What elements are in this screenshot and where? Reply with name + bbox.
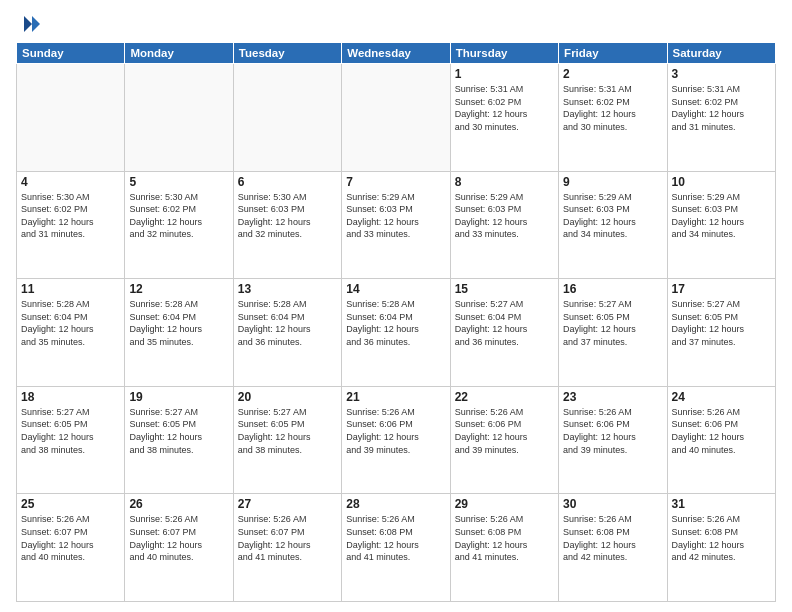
day-info: Sunrise: 5:26 AM Sunset: 6:08 PM Dayligh… (346, 513, 445, 563)
day-cell: 11Sunrise: 5:28 AM Sunset: 6:04 PM Dayli… (17, 279, 125, 387)
day-info: Sunrise: 5:26 AM Sunset: 6:06 PM Dayligh… (563, 406, 662, 456)
day-number: 9 (563, 175, 662, 189)
day-cell: 1Sunrise: 5:31 AM Sunset: 6:02 PM Daylig… (450, 64, 558, 172)
day-info: Sunrise: 5:27 AM Sunset: 6:05 PM Dayligh… (672, 298, 771, 348)
day-number: 2 (563, 67, 662, 81)
day-cell: 9Sunrise: 5:29 AM Sunset: 6:03 PM Daylig… (559, 171, 667, 279)
week-row-1: 1Sunrise: 5:31 AM Sunset: 6:02 PM Daylig… (17, 64, 776, 172)
day-info: Sunrise: 5:29 AM Sunset: 6:03 PM Dayligh… (455, 191, 554, 241)
logo (16, 12, 44, 36)
day-cell: 12Sunrise: 5:28 AM Sunset: 6:04 PM Dayli… (125, 279, 233, 387)
day-cell: 24Sunrise: 5:26 AM Sunset: 6:06 PM Dayli… (667, 386, 775, 494)
day-cell: 23Sunrise: 5:26 AM Sunset: 6:06 PM Dayli… (559, 386, 667, 494)
day-info: Sunrise: 5:27 AM Sunset: 6:04 PM Dayligh… (455, 298, 554, 348)
day-info: Sunrise: 5:30 AM Sunset: 6:03 PM Dayligh… (238, 191, 337, 241)
week-row-2: 4Sunrise: 5:30 AM Sunset: 6:02 PM Daylig… (17, 171, 776, 279)
day-number: 31 (672, 497, 771, 511)
day-info: Sunrise: 5:27 AM Sunset: 6:05 PM Dayligh… (129, 406, 228, 456)
day-info: Sunrise: 5:31 AM Sunset: 6:02 PM Dayligh… (563, 83, 662, 133)
day-cell: 31Sunrise: 5:26 AM Sunset: 6:08 PM Dayli… (667, 494, 775, 602)
day-cell: 27Sunrise: 5:26 AM Sunset: 6:07 PM Dayli… (233, 494, 341, 602)
day-number: 6 (238, 175, 337, 189)
day-cell: 17Sunrise: 5:27 AM Sunset: 6:05 PM Dayli… (667, 279, 775, 387)
day-number: 21 (346, 390, 445, 404)
day-info: Sunrise: 5:29 AM Sunset: 6:03 PM Dayligh… (563, 191, 662, 241)
day-number: 27 (238, 497, 337, 511)
svg-marker-1 (24, 16, 32, 32)
day-cell: 2Sunrise: 5:31 AM Sunset: 6:02 PM Daylig… (559, 64, 667, 172)
day-number: 1 (455, 67, 554, 81)
day-info: Sunrise: 5:26 AM Sunset: 6:08 PM Dayligh… (455, 513, 554, 563)
day-number: 28 (346, 497, 445, 511)
day-number: 3 (672, 67, 771, 81)
day-info: Sunrise: 5:27 AM Sunset: 6:05 PM Dayligh… (563, 298, 662, 348)
day-info: Sunrise: 5:26 AM Sunset: 6:06 PM Dayligh… (672, 406, 771, 456)
day-cell: 16Sunrise: 5:27 AM Sunset: 6:05 PM Dayli… (559, 279, 667, 387)
day-cell: 18Sunrise: 5:27 AM Sunset: 6:05 PM Dayli… (17, 386, 125, 494)
day-info: Sunrise: 5:31 AM Sunset: 6:02 PM Dayligh… (672, 83, 771, 133)
col-header-thursday: Thursday (450, 43, 558, 64)
day-cell: 8Sunrise: 5:29 AM Sunset: 6:03 PM Daylig… (450, 171, 558, 279)
day-cell (17, 64, 125, 172)
day-cell: 20Sunrise: 5:27 AM Sunset: 6:05 PM Dayli… (233, 386, 341, 494)
day-number: 12 (129, 282, 228, 296)
day-cell: 29Sunrise: 5:26 AM Sunset: 6:08 PM Dayli… (450, 494, 558, 602)
day-info: Sunrise: 5:26 AM Sunset: 6:07 PM Dayligh… (21, 513, 120, 563)
day-cell: 14Sunrise: 5:28 AM Sunset: 6:04 PM Dayli… (342, 279, 450, 387)
day-info: Sunrise: 5:30 AM Sunset: 6:02 PM Dayligh… (21, 191, 120, 241)
day-info: Sunrise: 5:26 AM Sunset: 6:08 PM Dayligh… (563, 513, 662, 563)
day-info: Sunrise: 5:26 AM Sunset: 6:08 PM Dayligh… (672, 513, 771, 563)
day-info: Sunrise: 5:31 AM Sunset: 6:02 PM Dayligh… (455, 83, 554, 133)
col-header-monday: Monday (125, 43, 233, 64)
day-info: Sunrise: 5:28 AM Sunset: 6:04 PM Dayligh… (129, 298, 228, 348)
day-info: Sunrise: 5:29 AM Sunset: 6:03 PM Dayligh… (672, 191, 771, 241)
header (16, 12, 776, 36)
day-info: Sunrise: 5:27 AM Sunset: 6:05 PM Dayligh… (21, 406, 120, 456)
day-cell (233, 64, 341, 172)
day-info: Sunrise: 5:30 AM Sunset: 6:02 PM Dayligh… (129, 191, 228, 241)
day-info: Sunrise: 5:28 AM Sunset: 6:04 PM Dayligh… (21, 298, 120, 348)
day-number: 20 (238, 390, 337, 404)
day-cell: 13Sunrise: 5:28 AM Sunset: 6:04 PM Dayli… (233, 279, 341, 387)
day-number: 8 (455, 175, 554, 189)
day-info: Sunrise: 5:26 AM Sunset: 6:06 PM Dayligh… (455, 406, 554, 456)
day-number: 24 (672, 390, 771, 404)
day-number: 18 (21, 390, 120, 404)
day-cell: 6Sunrise: 5:30 AM Sunset: 6:03 PM Daylig… (233, 171, 341, 279)
day-cell: 10Sunrise: 5:29 AM Sunset: 6:03 PM Dayli… (667, 171, 775, 279)
day-info: Sunrise: 5:28 AM Sunset: 6:04 PM Dayligh… (238, 298, 337, 348)
day-number: 23 (563, 390, 662, 404)
day-number: 10 (672, 175, 771, 189)
day-number: 15 (455, 282, 554, 296)
day-cell (125, 64, 233, 172)
col-header-wednesday: Wednesday (342, 43, 450, 64)
day-number: 5 (129, 175, 228, 189)
page: SundayMondayTuesdayWednesdayThursdayFrid… (0, 0, 792, 612)
day-number: 19 (129, 390, 228, 404)
day-number: 7 (346, 175, 445, 189)
day-cell: 15Sunrise: 5:27 AM Sunset: 6:04 PM Dayli… (450, 279, 558, 387)
day-cell (342, 64, 450, 172)
day-number: 11 (21, 282, 120, 296)
col-header-saturday: Saturday (667, 43, 775, 64)
day-number: 16 (563, 282, 662, 296)
day-info: Sunrise: 5:27 AM Sunset: 6:05 PM Dayligh… (238, 406, 337, 456)
day-number: 17 (672, 282, 771, 296)
day-number: 13 (238, 282, 337, 296)
col-header-friday: Friday (559, 43, 667, 64)
logo-icon (16, 12, 40, 36)
day-info: Sunrise: 5:26 AM Sunset: 6:06 PM Dayligh… (346, 406, 445, 456)
day-cell: 28Sunrise: 5:26 AM Sunset: 6:08 PM Dayli… (342, 494, 450, 602)
day-number: 29 (455, 497, 554, 511)
day-cell: 25Sunrise: 5:26 AM Sunset: 6:07 PM Dayli… (17, 494, 125, 602)
day-cell: 5Sunrise: 5:30 AM Sunset: 6:02 PM Daylig… (125, 171, 233, 279)
week-row-3: 11Sunrise: 5:28 AM Sunset: 6:04 PM Dayli… (17, 279, 776, 387)
day-number: 30 (563, 497, 662, 511)
day-cell: 7Sunrise: 5:29 AM Sunset: 6:03 PM Daylig… (342, 171, 450, 279)
day-number: 14 (346, 282, 445, 296)
day-info: Sunrise: 5:26 AM Sunset: 6:07 PM Dayligh… (238, 513, 337, 563)
day-cell: 3Sunrise: 5:31 AM Sunset: 6:02 PM Daylig… (667, 64, 775, 172)
week-row-4: 18Sunrise: 5:27 AM Sunset: 6:05 PM Dayli… (17, 386, 776, 494)
header-row: SundayMondayTuesdayWednesdayThursdayFrid… (17, 43, 776, 64)
day-cell: 4Sunrise: 5:30 AM Sunset: 6:02 PM Daylig… (17, 171, 125, 279)
